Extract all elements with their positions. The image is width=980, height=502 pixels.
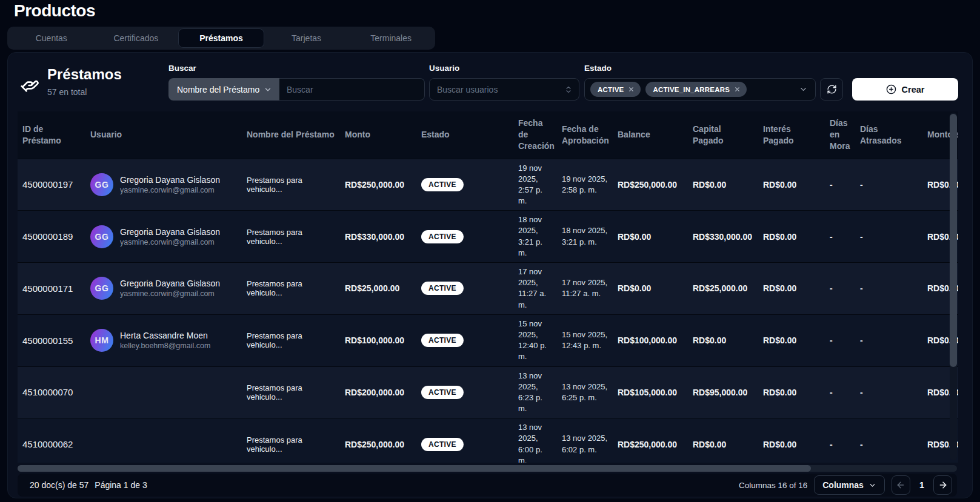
created-date-cell: 13 nov 2025, 6:23 p. m.	[513, 366, 557, 418]
user-email: kelley.boehm8@gmail.com	[120, 342, 210, 350]
days-late-cell: -	[855, 366, 922, 418]
chevron-down-icon	[868, 481, 876, 489]
status-cell: ACTIVE	[416, 366, 513, 418]
table-row[interactable]: 4500000189 GG Gregoria Dayana Gislason y…	[18, 211, 958, 263]
approved-date-cell: 17 nov 2025, 11:27 a. m.	[557, 263, 613, 315]
status-chip-active-in-arrears: ACTIVE_IN_ARREARS	[645, 82, 747, 97]
close-icon[interactable]	[734, 86, 741, 93]
created-date-cell: 15 nov 2025, 12:40 p. m.	[513, 314, 557, 366]
tab-prestamos[interactable]: Préstamos	[178, 28, 264, 48]
chevron-down-icon	[799, 85, 808, 94]
loan-name-cell: Prestamos para vehiculo...	[242, 263, 340, 315]
col-header-capital-pagado[interactable]: Capital Pagado	[688, 111, 758, 159]
days-in-arrears-cell: -	[825, 418, 855, 463]
user-cell-content: HM Herta Cassandre Moen kelley.boehm8@gm…	[90, 329, 237, 352]
tab-tarjetas[interactable]: Tarjetas	[264, 28, 349, 48]
loan-id-cell: 4500000197	[18, 159, 85, 211]
search-label: Buscar	[168, 64, 196, 73]
days-in-arrears-cell: -	[825, 366, 855, 418]
interest-paid-cell: RD$0.00	[758, 314, 825, 366]
table-row[interactable]: 4500000171 GG Gregoria Dayana Gislason y…	[18, 263, 958, 315]
user-name: Herta Cassandre Moen	[120, 331, 210, 340]
close-icon[interactable]	[628, 86, 635, 93]
col-header-fecha-creacion[interactable]: Fecha de Creación	[513, 111, 557, 159]
col-header-usuario[interactable]: Usuario	[85, 111, 242, 159]
table-row[interactable]: 4510000070 Prestamos para vehiculo... RD…	[18, 366, 958, 418]
days-late-cell: -	[855, 211, 922, 263]
col-header-balance[interactable]: Balance	[613, 111, 688, 159]
amount-cell: RD$250,000.00	[340, 418, 416, 463]
user-cell-content: GG Gregoria Dayana Gislason yasmine.corw…	[90, 173, 237, 196]
vertical-scrollbar[interactable]	[950, 113, 957, 460]
create-button[interactable]: Crear	[852, 78, 958, 101]
loan-name-cell: Prestamos para vehiculo...	[242, 366, 340, 418]
tab-cuentas[interactable]: Cuentas	[9, 28, 94, 48]
search-input[interactable]	[279, 78, 425, 101]
col-header-nombre[interactable]: Nombre del Préstamo	[242, 111, 340, 159]
created-date-cell: 18 nov 2025, 3:21 p. m.	[513, 211, 557, 263]
user-email: yasmine.corwin@gmail.com	[120, 289, 220, 298]
columns-dropdown-button[interactable]: Columnas	[814, 475, 885, 495]
capital-paid-cell: RD$25,000.00	[688, 263, 758, 315]
horizontal-scrollbar[interactable]	[18, 465, 957, 472]
interest-paid-cell: RD$0.00	[758, 211, 825, 263]
columns-summary: Columnas 16 of 16	[739, 481, 807, 490]
col-header-dias-en-mora[interactable]: Días en Mora	[825, 111, 855, 159]
horizontal-scrollbar-thumb[interactable]	[18, 465, 811, 472]
days-in-arrears-cell: -	[825, 314, 855, 366]
user-cell: GG Gregoria Dayana Gislason yasmine.corw…	[85, 211, 242, 263]
prev-page-button[interactable]	[892, 475, 910, 495]
balance-cell: RD$0.00	[613, 263, 688, 315]
avatar: HM	[90, 329, 113, 352]
next-page-button[interactable]	[933, 475, 952, 495]
user-search-combobox[interactable]: Buscar usuarios	[429, 78, 579, 101]
status-badge: ACTIVE	[421, 386, 464, 399]
loan-name-cell: Prestamos para vehiculo...	[242, 211, 340, 263]
days-late-cell: -	[855, 314, 922, 366]
status-cell: ACTIVE	[416, 263, 513, 315]
days-late-cell: -	[855, 418, 922, 463]
created-date-cell: 19 nov 2025, 2:57 p. m.	[513, 159, 557, 211]
vertical-scrollbar-thumb[interactable]	[950, 114, 957, 367]
user-search-placeholder: Buscar usuarios	[437, 85, 498, 94]
panel-title: Préstamos	[47, 66, 122, 83]
status-badge: ACTIVE	[421, 438, 464, 451]
col-header-monto[interactable]: Monto	[340, 111, 416, 159]
status-chip-active: ACTIVE	[590, 82, 641, 97]
refresh-button[interactable]	[820, 78, 843, 101]
amount-cell: RD$250,000.00	[340, 159, 416, 211]
approved-date-cell: 13 nov 2025, 6:02 p. m.	[557, 418, 613, 463]
balance-cell: RD$250,000.00	[613, 159, 688, 211]
col-header-interes-pagado[interactable]: Interés Pagado	[758, 111, 825, 159]
loan-id-cell: 4500000171	[18, 263, 85, 315]
table-row[interactable]: 4510000062 Prestamos para vehiculo... RD…	[18, 418, 958, 463]
status-multiselect[interactable]: ACTIVE ACTIVE_IN_ARREARS	[584, 78, 816, 101]
columns-button-label: Columnas	[822, 480, 864, 490]
amount-cell: RD$200,000.00	[340, 366, 416, 418]
search-field-value: Nombre del Préstamo	[177, 85, 259, 94]
loan-name-cell: Prestamos para vehiculo...	[242, 418, 340, 463]
approved-date-cell: 19 nov 2025, 2:58 p. m.	[557, 159, 613, 211]
col-header-id[interactable]: ID de Préstamo	[18, 111, 85, 159]
table-row[interactable]: 4500000155 HM Herta Cassandre Moen kelle…	[18, 314, 958, 366]
col-header-fecha-aprobacion[interactable]: Fecha de Aprobación	[557, 111, 613, 159]
interest-paid-cell: RD$0.00	[758, 263, 825, 315]
col-header-estado[interactable]: Estado	[416, 111, 513, 159]
search-field-select[interactable]: Nombre del Préstamo	[168, 78, 279, 101]
tab-terminales[interactable]: Terminales	[348, 28, 433, 48]
col-header-dias-atrasados[interactable]: Días Atrasados	[855, 111, 922, 159]
capital-paid-cell: RD$0.00	[688, 418, 758, 463]
capital-paid-cell: RD$95,000.00	[688, 366, 758, 418]
user-cell-content: GG Gregoria Dayana Gislason yasmine.corw…	[90, 277, 237, 300]
days-in-arrears-cell: -	[825, 159, 855, 211]
table-row[interactable]: 4500000197 GG Gregoria Dayana Gislason y…	[18, 159, 958, 211]
user-email: yasmine.corwin@gmail.com	[120, 186, 220, 194]
capital-paid-cell: RD$0.00	[688, 159, 758, 211]
loans-table: ID de Préstamo Usuario Nombre del Présta…	[18, 111, 958, 463]
user-cell: HM Herta Cassandre Moen kelley.boehm8@gm…	[85, 314, 242, 366]
approved-date-cell: 18 nov 2025, 3:21 p. m.	[557, 211, 613, 263]
balance-cell: RD$250,000.00	[613, 418, 688, 463]
user-cell-content: GG Gregoria Dayana Gislason yasmine.corw…	[90, 225, 237, 248]
status-label: Estado	[584, 64, 612, 73]
tab-certificados[interactable]: Certificados	[94, 28, 179, 48]
